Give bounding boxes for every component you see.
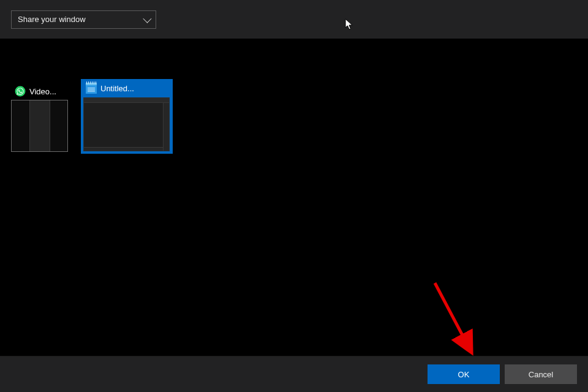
dropdown-label: Share your window xyxy=(18,15,86,24)
ok-button[interactable]: OK xyxy=(428,364,500,384)
tile-header: Untitled... xyxy=(83,81,170,97)
share-mode-dropdown[interactable]: Share your window xyxy=(11,10,156,29)
window-tile-video[interactable]: Video... xyxy=(11,84,68,152)
chevron-down-icon xyxy=(143,14,151,23)
window-thumbnail xyxy=(11,100,68,152)
tile-label: Untitled... xyxy=(100,84,134,93)
window-thumbnail xyxy=(83,97,170,151)
ok-button-label: OK xyxy=(458,370,470,379)
header-bar: Share your window xyxy=(0,0,588,39)
cancel-button-label: Cancel xyxy=(529,370,553,379)
window-tile-untitled[interactable]: Untitled... xyxy=(81,79,173,154)
tile-header: Video... xyxy=(11,84,68,100)
window-grid: Video... Untitled... xyxy=(0,39,588,356)
whatsapp-icon xyxy=(15,86,26,97)
footer-bar: OK Cancel xyxy=(0,356,588,392)
svg-point-0 xyxy=(15,86,26,97)
notepad-icon xyxy=(86,83,97,94)
cancel-button[interactable]: Cancel xyxy=(505,364,577,384)
tile-label: Video... xyxy=(29,87,56,96)
